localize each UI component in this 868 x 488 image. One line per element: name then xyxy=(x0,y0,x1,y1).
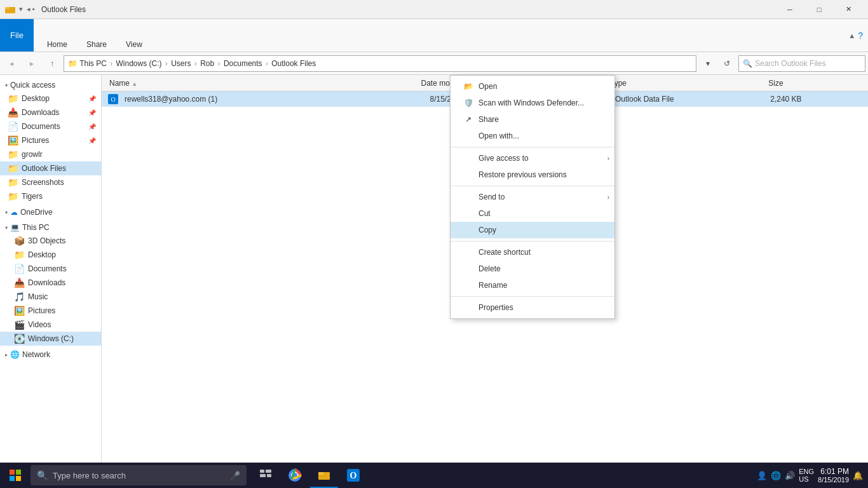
sidebar-onedrive-header[interactable]: ▾ ☁ OneDrive xyxy=(0,206,101,219)
sidebar-item-videos[interactable]: 🎬 Videos xyxy=(0,318,101,332)
titlebar: ▾ ◂ ▪ Outlook Files ─ □ ✕ xyxy=(0,0,868,19)
ribbon-collapse-button[interactable]: ▲ xyxy=(848,32,855,39)
fileexplorer-icon xyxy=(318,468,330,481)
taskbar-network-icon[interactable]: 🌐 xyxy=(771,471,781,480)
expand-icon: ▾ xyxy=(5,83,8,88)
sidebar-item-outlook-files[interactable]: 📁 Outlook Files xyxy=(0,161,101,175)
taskbar-outlook[interactable]: O xyxy=(339,463,367,488)
taskbar-search[interactable]: 🔍 Type here to search 🎤 xyxy=(31,465,247,485)
network-label: Network xyxy=(22,350,50,359)
sidebar-thispc-header[interactable]: ▾ 💻 This PC xyxy=(0,221,101,234)
search-box[interactable]: 🔍 Search Outlook Files xyxy=(738,55,865,72)
pictures-icon: 🖼️ xyxy=(14,306,24,316)
sidebar-item-music[interactable]: 🎵 Music xyxy=(0,290,101,304)
ctx-createshortcut-label: Create shortcut xyxy=(478,248,531,257)
start-button[interactable] xyxy=(0,463,31,488)
taskbar-chrome[interactable] xyxy=(281,463,309,488)
sidebar-item-growlr[interactable]: 📁 growlr xyxy=(0,147,101,161)
ctx-scan[interactable]: 🛡️ Scan with Windows Defender... xyxy=(451,95,614,111)
taskbar-people-icon[interactable]: 👤 xyxy=(757,471,767,480)
onedrive-icon: ☁ xyxy=(10,208,18,217)
ctx-sendto-icon xyxy=(463,192,473,202)
maximize-button[interactable]: □ xyxy=(804,0,834,19)
minimize-button[interactable]: ─ xyxy=(775,0,804,19)
back-button[interactable]: ◂ xyxy=(3,55,20,72)
ctx-rename[interactable]: Rename xyxy=(451,277,614,294)
ctx-openwith[interactable]: Open with... xyxy=(451,128,614,144)
sidebar-item-pictures-pc[interactable]: 🖼️ Pictures xyxy=(0,304,101,318)
sidebar-item-desktop-quick[interactable]: 📁 Desktop 📌 xyxy=(0,92,101,105)
ctx-giveaccess-icon xyxy=(463,153,473,163)
col-header-name[interactable]: Name ▲ xyxy=(107,79,419,88)
ctx-cut[interactable]: Cut xyxy=(451,205,614,222)
network-icon: 🌐 xyxy=(10,350,20,359)
main-area: ▾ Quick access 📁 Desktop 📌 📥 Downloads 📌… xyxy=(0,75,868,473)
ribbon-tab-share[interactable]: Share xyxy=(78,37,115,51)
ctx-giveaccess[interactable]: Give access to › xyxy=(451,150,614,166)
ctx-scan-icon: 🛡️ xyxy=(463,98,473,108)
ctx-copy-icon xyxy=(463,225,473,235)
videos-icon: 🎬 xyxy=(14,320,24,330)
expand-icon: ▾ xyxy=(5,225,8,231)
breadcrumb[interactable]: 📁 This PC › Windows (C:) › Users › Rob ›… xyxy=(64,55,696,72)
ctx-share-icon: ↗ xyxy=(463,114,473,125)
sidebar-network-header[interactable]: ▸ 🌐 Network xyxy=(0,348,101,361)
ctx-restore[interactable]: Restore previous versions xyxy=(451,166,614,183)
folder-blue-icon: 📁 xyxy=(8,93,18,104)
ctx-arrow-icon: › xyxy=(607,155,609,162)
ctx-open[interactable]: 📂 Open xyxy=(451,78,614,95)
expand-icon: ▸ xyxy=(5,352,8,358)
sidebar-item-downloads-pc[interactable]: 📥 Downloads xyxy=(0,276,101,290)
ctx-copy[interactable]: Copy xyxy=(451,222,614,238)
chrome-icon xyxy=(288,468,302,482)
taskview-button[interactable] xyxy=(252,463,280,488)
sidebar-item-label: growlr xyxy=(22,150,43,159)
titlebar-left: ▾ ◂ ▪ Outlook Files xyxy=(5,4,86,15)
sidebar-section-quick: ▾ Quick access 📁 Desktop 📌 📥 Downloads 📌… xyxy=(0,78,101,205)
up-button[interactable]: ↑ xyxy=(43,55,61,72)
taskbar-notifications-icon[interactable]: 🔔 xyxy=(853,471,863,480)
sidebar-item-3dobjects[interactable]: 📦 3D Objects xyxy=(0,234,101,248)
taskbar-clock[interactable]: 6:01 PM 8/15/2019 xyxy=(818,467,849,484)
sidebar-item-pictures-quick[interactable]: 🖼️ Pictures 📌 xyxy=(0,133,101,147)
sidebar-item-label: Documents xyxy=(28,264,67,273)
help-button[interactable]: ? xyxy=(858,30,863,41)
ctx-share[interactable]: ↗ Share xyxy=(451,111,614,128)
ctx-sendto[interactable]: Send to › xyxy=(451,189,614,205)
ribbon-file-tab[interactable]: File xyxy=(0,19,34,51)
ribbon-tab-view[interactable]: View xyxy=(118,37,151,51)
sidebar-item-tigers[interactable]: 📁 Tigers xyxy=(0,189,101,203)
sidebar-item-documents-quick[interactable]: 📄 Documents 📌 xyxy=(0,119,101,133)
sidebar-item-downloads-quick[interactable]: 📥 Downloads 📌 xyxy=(0,105,101,119)
folder-docs-icon: 📄 xyxy=(8,121,18,132)
taskbar-speaker-icon[interactable]: 🔊 xyxy=(785,471,795,480)
col-header-type[interactable]: Type xyxy=(607,79,766,88)
ctx-delete[interactable]: Delete xyxy=(451,261,614,277)
forward-button[interactable]: ▸ xyxy=(23,55,41,72)
taskbar-time-value: 6:01 PM xyxy=(818,467,849,476)
ctx-separator-4 xyxy=(451,296,614,297)
taskbar-fileexplorer[interactable] xyxy=(310,463,338,488)
sidebar-item-label: Pictures xyxy=(28,306,55,315)
col-header-size[interactable]: Size xyxy=(766,79,863,88)
folder-blue-icon: 📁 xyxy=(14,250,24,260)
folder-icon: 📁 xyxy=(8,191,18,201)
ctx-createshortcut[interactable]: Create shortcut xyxy=(451,244,614,261)
svg-rect-6 xyxy=(10,476,15,481)
computer-icon: 💻 xyxy=(10,223,20,232)
sidebar-item-desktop-pc[interactable]: 📁 Desktop xyxy=(0,248,101,262)
ctx-shortcut-icon xyxy=(463,247,473,257)
sidebar-item-screenshots[interactable]: 📁 Screenshots xyxy=(0,175,101,189)
refresh-button[interactable]: ↺ xyxy=(718,55,736,72)
ctx-rename-icon xyxy=(463,280,473,290)
ctx-cut-label: Cut xyxy=(478,209,491,218)
ribbon-tab-home[interactable]: Home xyxy=(39,37,76,51)
sidebar-item-documents-pc[interactable]: 📄 Documents xyxy=(0,262,101,276)
ctx-properties[interactable]: Properties xyxy=(451,299,614,316)
ctx-properties-label: Properties xyxy=(478,303,513,312)
ribbon-tabs: Home Share View xyxy=(34,19,156,51)
sidebar-quick-header[interactable]: ▾ Quick access xyxy=(0,79,101,92)
sidebar-item-windows-c[interactable]: 💽 Windows (C:) xyxy=(0,332,101,346)
address-dropdown-button[interactable]: ▾ xyxy=(699,55,717,72)
close-button[interactable]: ✕ xyxy=(834,0,863,19)
